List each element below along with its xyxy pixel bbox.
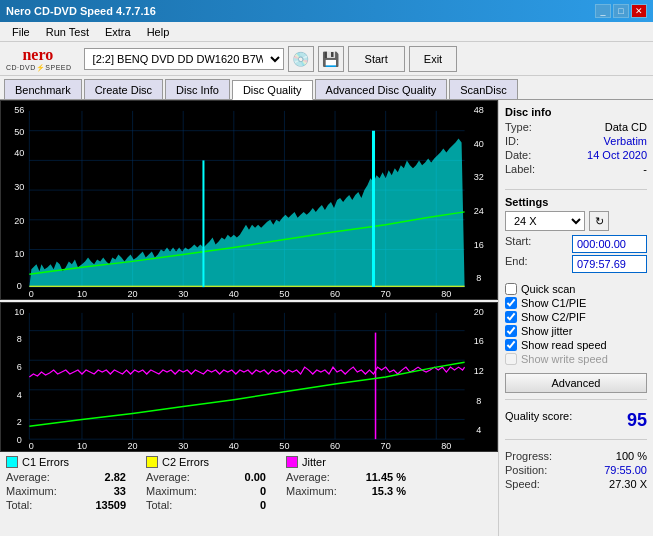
c1-avg-value: 2.82 bbox=[105, 471, 126, 483]
maximize-btn[interactable]: □ bbox=[613, 4, 629, 18]
c1-title: C1 Errors bbox=[22, 456, 69, 468]
c2-max-label: Maximum: bbox=[146, 485, 197, 497]
refresh-btn[interactable]: ↻ bbox=[589, 211, 609, 231]
svg-text:20: 20 bbox=[128, 289, 138, 299]
svg-text:80: 80 bbox=[441, 289, 451, 299]
svg-text:30: 30 bbox=[14, 182, 24, 192]
svg-text:20: 20 bbox=[128, 441, 138, 451]
quality-score-value: 95 bbox=[627, 410, 647, 431]
settings-title: Settings bbox=[505, 196, 647, 208]
quick-scan-label: Quick scan bbox=[521, 283, 575, 295]
svg-text:30: 30 bbox=[178, 289, 188, 299]
svg-text:70: 70 bbox=[381, 289, 391, 299]
svg-text:40: 40 bbox=[14, 149, 24, 159]
legend-c2: C2 Errors Average: 0.00 Maximum: 0 Total… bbox=[146, 456, 266, 520]
menu-extra[interactable]: Extra bbox=[97, 24, 139, 40]
start-time-label: Start: bbox=[505, 235, 531, 253]
speed-label: Speed: bbox=[505, 478, 540, 490]
show-write-speed-label: Show write speed bbox=[521, 353, 608, 365]
svg-text:40: 40 bbox=[229, 289, 239, 299]
jitter-avg-value: 11.45 % bbox=[366, 471, 406, 483]
tab-create-disc[interactable]: Create Disc bbox=[84, 79, 163, 99]
exit-button[interactable]: Exit bbox=[409, 46, 457, 72]
svg-text:8: 8 bbox=[476, 273, 481, 283]
end-time-input[interactable] bbox=[572, 255, 647, 273]
svg-text:50: 50 bbox=[279, 441, 289, 451]
svg-text:20: 20 bbox=[14, 216, 24, 226]
toolbar: nero CD·DVD⚡SPEED [2:2] BENQ DVD DD DW16… bbox=[0, 42, 653, 76]
show-c1pie-label: Show C1/PIE bbox=[521, 297, 586, 309]
c1-avg-label: Average: bbox=[6, 471, 50, 483]
svg-text:20: 20 bbox=[474, 307, 484, 317]
svg-text:10: 10 bbox=[14, 307, 24, 317]
jitter-avg-label: Average: bbox=[286, 471, 330, 483]
tab-disc-info[interactable]: Disc Info bbox=[165, 79, 230, 99]
tab-benchmark[interactable]: Benchmark bbox=[4, 79, 82, 99]
main-content: 56 50 40 30 20 10 0 48 40 32 24 16 8 0 1… bbox=[0, 100, 653, 536]
jitter-max-value: 15.3 % bbox=[372, 485, 406, 497]
end-time-label: End: bbox=[505, 255, 528, 273]
start-time-input[interactable] bbox=[572, 235, 647, 253]
svg-text:4: 4 bbox=[476, 425, 481, 435]
svg-text:0: 0 bbox=[29, 289, 34, 299]
advanced-button[interactable]: Advanced bbox=[505, 373, 647, 393]
speed-value: 27.30 X bbox=[609, 478, 647, 490]
drive-select[interactable]: [2:2] BENQ DVD DD DW1620 B7W9 bbox=[84, 48, 284, 70]
c1-total-value: 13509 bbox=[95, 499, 126, 511]
divider-1 bbox=[505, 189, 647, 190]
progress-label: Progress: bbox=[505, 450, 552, 462]
menu-file[interactable]: File bbox=[4, 24, 38, 40]
disc-info-title: Disc info bbox=[505, 106, 647, 118]
minimize-btn[interactable]: _ bbox=[595, 4, 611, 18]
show-jitter-label: Show jitter bbox=[521, 325, 572, 337]
checkboxes-group: Quick scan Show C1/PIE Show C2/PIF Show … bbox=[505, 283, 647, 367]
eject-btn[interactable]: 💿 bbox=[288, 46, 314, 72]
svg-text:10: 10 bbox=[77, 441, 87, 451]
tab-disc-quality[interactable]: Disc Quality bbox=[232, 80, 313, 100]
show-jitter-checkbox[interactable] bbox=[505, 325, 517, 337]
svg-text:16: 16 bbox=[474, 337, 484, 347]
svg-text:0: 0 bbox=[29, 441, 34, 451]
jitter-title: Jitter bbox=[302, 456, 326, 468]
titlebar: Nero CD-DVD Speed 4.7.7.16 _ □ ✕ bbox=[0, 0, 653, 22]
position-value: 79:55.00 bbox=[604, 464, 647, 476]
date-value: 14 Oct 2020 bbox=[587, 149, 647, 161]
c1-max-label: Maximum: bbox=[6, 485, 57, 497]
show-write-speed-checkbox[interactable] bbox=[505, 353, 517, 365]
svg-text:60: 60 bbox=[330, 441, 340, 451]
show-read-speed-checkbox[interactable] bbox=[505, 339, 517, 351]
svg-text:56: 56 bbox=[14, 105, 24, 115]
save-btn[interactable]: 💾 bbox=[318, 46, 344, 72]
menu-help[interactable]: Help bbox=[139, 24, 178, 40]
disc-label-label: Label: bbox=[505, 163, 535, 175]
id-value: Verbatim bbox=[604, 135, 647, 147]
menu-runtest[interactable]: Run Test bbox=[38, 24, 97, 40]
menubar: File Run Test Extra Help bbox=[0, 22, 653, 42]
c2-max-value: 0 bbox=[260, 485, 266, 497]
start-button[interactable]: Start bbox=[348, 46, 405, 72]
quick-scan-checkbox[interactable] bbox=[505, 283, 517, 295]
c2-color-box bbox=[146, 456, 158, 468]
svg-text:40: 40 bbox=[474, 139, 484, 149]
logo-nero: nero bbox=[22, 46, 53, 64]
legend: C1 Errors Average: 2.82 Maximum: 33 Tota… bbox=[0, 452, 498, 524]
right-panel: Disc info Type: Data CD ID: Verbatim Dat… bbox=[498, 100, 653, 536]
close-btn[interactable]: ✕ bbox=[631, 4, 647, 18]
show-c2pif-checkbox[interactable] bbox=[505, 311, 517, 323]
svg-text:50: 50 bbox=[14, 127, 24, 137]
svg-text:50: 50 bbox=[279, 289, 289, 299]
svg-text:6: 6 bbox=[17, 362, 22, 372]
c2-avg-value: 0.00 bbox=[245, 471, 266, 483]
svg-rect-42 bbox=[1, 303, 497, 451]
c2-total-label: Total: bbox=[146, 499, 172, 511]
divider-2 bbox=[505, 399, 647, 400]
speed-select[interactable]: 24 X bbox=[505, 211, 585, 231]
quality-score-label: Quality score: bbox=[505, 410, 572, 431]
tab-scandisc[interactable]: ScanDisc bbox=[449, 79, 517, 99]
svg-text:24: 24 bbox=[474, 206, 484, 216]
tab-advanced-disc-quality[interactable]: Advanced Disc Quality bbox=[315, 79, 448, 99]
show-read-speed-label: Show read speed bbox=[521, 339, 607, 351]
tabs: Benchmark Create Disc Disc Info Disc Qua… bbox=[0, 76, 653, 100]
show-c1pie-checkbox[interactable] bbox=[505, 297, 517, 309]
titlebar-controls[interactable]: _ □ ✕ bbox=[595, 4, 647, 18]
